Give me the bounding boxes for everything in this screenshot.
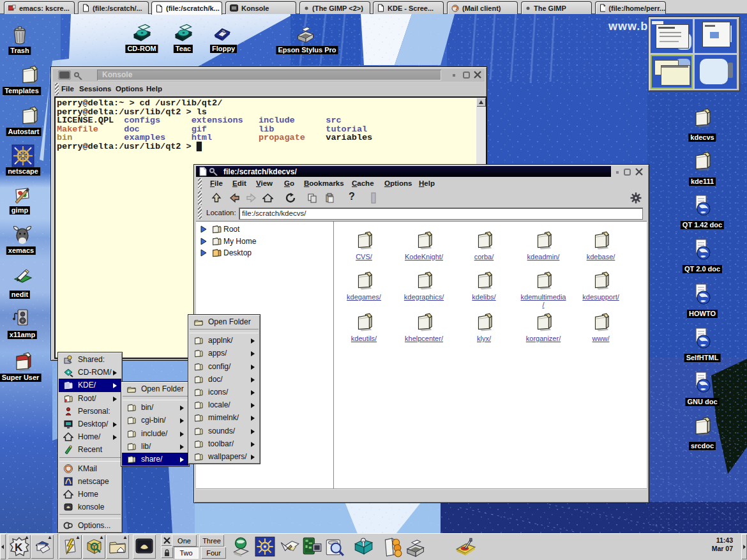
- svg-text:K: K: [15, 541, 23, 554]
